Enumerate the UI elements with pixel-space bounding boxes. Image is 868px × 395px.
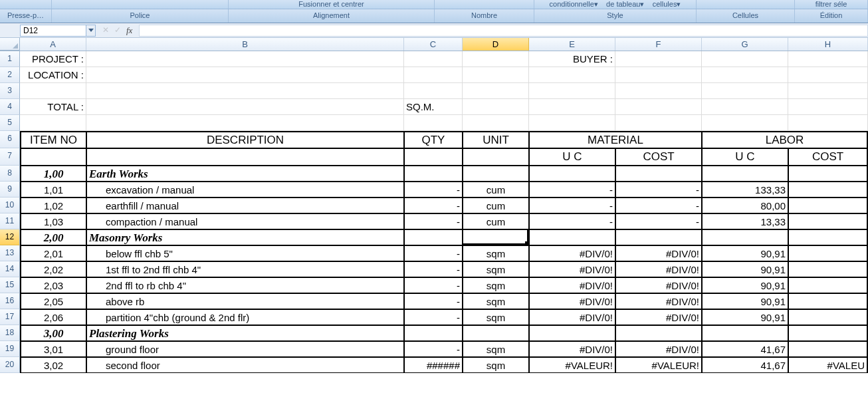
- cell-B13[interactable]: below ffl chb 5": [86, 245, 404, 261]
- cell-H17[interactable]: [788, 309, 868, 325]
- cell-D4[interactable]: [463, 99, 529, 115]
- cell-D6[interactable]: UNIT: [463, 131, 529, 148]
- col-header-D[interactable]: D: [463, 38, 529, 51]
- cell-D16[interactable]: sqm: [463, 293, 529, 309]
- cell-B12[interactable]: Masonry Works: [86, 229, 404, 245]
- cell-G3[interactable]: [702, 83, 788, 99]
- cell-G1[interactable]: [702, 51, 788, 67]
- cell-E1[interactable]: BUYER :: [529, 51, 615, 67]
- cell-A15[interactable]: 2,03: [20, 277, 86, 293]
- row-header-14[interactable]: 14: [0, 261, 20, 277]
- cell-G9[interactable]: 133,33: [702, 182, 788, 198]
- cell-A20[interactable]: 3,02: [20, 357, 86, 373]
- cell-B2[interactable]: [86, 67, 404, 83]
- cell-G10[interactable]: 80,00: [702, 198, 788, 213]
- cell-D14[interactable]: sqm: [463, 261, 529, 277]
- cell-A2[interactable]: LOCATION :: [20, 67, 86, 83]
- cell-E14[interactable]: #DIV/0!: [529, 261, 615, 277]
- cell-A14[interactable]: 2,02: [20, 261, 86, 277]
- row-header-11[interactable]: 11: [0, 213, 20, 229]
- cell-E8[interactable]: [529, 166, 615, 182]
- cell-G13[interactable]: 90,91: [702, 245, 788, 261]
- cell-D2[interactable]: [463, 67, 529, 83]
- row-header-18[interactable]: 18: [0, 325, 20, 341]
- cell-B6[interactable]: DESCRIPTION: [86, 131, 404, 148]
- cell-F2[interactable]: [615, 67, 702, 83]
- name-box-dropdown[interactable]: [86, 25, 96, 37]
- cell-B1[interactable]: [86, 51, 404, 67]
- row-header-1[interactable]: 1: [0, 51, 20, 67]
- cell-F4[interactable]: [615, 99, 702, 115]
- row-header-20[interactable]: 20: [0, 357, 20, 373]
- cell-B18[interactable]: Plastering Works: [86, 325, 404, 341]
- ribbon-group-clipboard[interactable]: Presse-p…: [0, 9, 52, 23]
- name-box[interactable]: D12: [20, 25, 86, 37]
- cell-E2[interactable]: [529, 67, 615, 83]
- cell-E19[interactable]: #DIV/0!: [529, 341, 615, 357]
- cell-E5[interactable]: [529, 115, 615, 131]
- cell-F12[interactable]: [615, 229, 702, 245]
- cell-D9[interactable]: cum: [463, 182, 529, 198]
- cell-D18[interactable]: [463, 325, 529, 341]
- cell-H2[interactable]: [788, 67, 868, 83]
- cell-E16[interactable]: #DIV/0!: [529, 293, 615, 309]
- cell-H18[interactable]: [788, 325, 868, 341]
- cell-H19[interactable]: [788, 341, 868, 357]
- cell-C7[interactable]: [404, 148, 463, 166]
- col-header-G[interactable]: G: [702, 38, 788, 51]
- cell-H7[interactable]: COST: [788, 148, 868, 166]
- col-header-E[interactable]: E: [529, 38, 615, 51]
- cell-B11[interactable]: compaction / manual: [86, 213, 404, 229]
- cell-F16[interactable]: #DIV/0!: [615, 293, 702, 309]
- col-header-C[interactable]: C: [404, 38, 463, 51]
- cell-F11[interactable]: -: [615, 213, 702, 229]
- ribbon-group-style[interactable]: Style: [534, 9, 697, 23]
- cell-E18[interactable]: [529, 325, 615, 341]
- row-header-7[interactable]: 7: [0, 148, 20, 166]
- cell-A1[interactable]: PROJECT :: [20, 51, 86, 67]
- row-header-12[interactable]: 12: [0, 229, 20, 245]
- cell-F7[interactable]: COST: [615, 148, 702, 166]
- column-headers[interactable]: A B C D E F G H: [0, 38, 868, 51]
- col-header-B[interactable]: B: [86, 38, 404, 51]
- cell-G5[interactable]: [702, 115, 788, 131]
- ribbon-group-editing[interactable]: Édition: [795, 9, 868, 23]
- cell-C1[interactable]: [404, 51, 463, 67]
- cell-A11[interactable]: 1,03: [20, 213, 86, 229]
- row-header-19[interactable]: 19: [0, 341, 20, 357]
- cell-E17[interactable]: #DIV/0!: [529, 309, 615, 325]
- cell-G20[interactable]: 41,67: [702, 357, 788, 373]
- spreadsheet-grid[interactable]: A B C D E F G H 1PROJECT :BUYER :2LOCATI…: [0, 38, 868, 373]
- row-header-13[interactable]: 13: [0, 245, 20, 261]
- formula-input[interactable]: [139, 25, 868, 37]
- cell-D13[interactable]: sqm: [463, 245, 529, 261]
- cell-H3[interactable]: [788, 83, 868, 99]
- cell-F5[interactable]: [615, 115, 702, 131]
- cell-D11[interactable]: cum: [463, 213, 529, 229]
- cell-C12[interactable]: [404, 229, 463, 245]
- select-all-corner[interactable]: [0, 38, 20, 51]
- cell-B8[interactable]: Earth Works: [86, 166, 404, 182]
- cell-A4[interactable]: TOTAL :: [20, 99, 86, 115]
- cell-G7[interactable]: U C: [702, 148, 788, 166]
- cell-D15[interactable]: sqm: [463, 277, 529, 293]
- cell-H20[interactable]: #VALEU: [788, 357, 868, 373]
- ribbon-group-cells[interactable]: Cellules: [697, 9, 795, 23]
- cell-C2[interactable]: [404, 67, 463, 83]
- cell-A7[interactable]: [20, 148, 86, 166]
- cell-H15[interactable]: [788, 277, 868, 293]
- cell-H1[interactable]: [788, 51, 868, 67]
- cell-B14[interactable]: 1st ffl to 2nd ffl chb 4": [86, 261, 404, 277]
- cell-G19[interactable]: 41,67: [702, 341, 788, 357]
- cell-B10[interactable]: earthfill / manual: [86, 198, 404, 213]
- cell-C18[interactable]: [404, 325, 463, 341]
- cell-D10[interactable]: cum: [463, 198, 529, 213]
- cell-D20[interactable]: sqm: [463, 357, 529, 373]
- row-header-9[interactable]: 9: [0, 182, 20, 198]
- row-header-6[interactable]: 6: [0, 131, 20, 148]
- cell-D19[interactable]: sqm: [463, 341, 529, 357]
- cell-C13[interactable]: -: [404, 245, 463, 261]
- accept-formula-icon[interactable]: ✓: [114, 25, 121, 36]
- cell-D17[interactable]: sqm: [463, 309, 529, 325]
- cell-F1[interactable]: [615, 51, 702, 67]
